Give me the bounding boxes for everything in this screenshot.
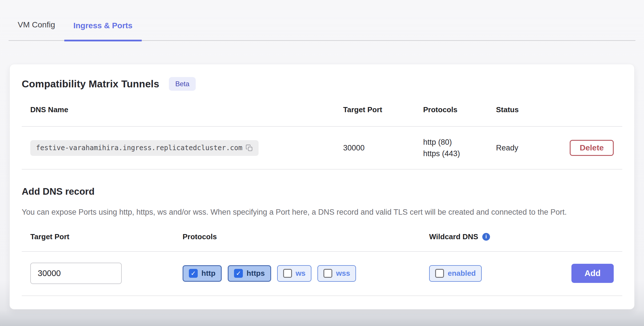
checkbox-icon: ✓ (435, 269, 444, 278)
table-header-row: DNS Name Target Port Protocols Status (22, 105, 622, 127)
cell-protocols: http (80) https (443) (423, 136, 496, 159)
protocol-label: ws (296, 269, 306, 278)
add-dns-record-description: You can expose Ports using http, https, … (22, 207, 610, 218)
label-wildcard-dns: Wildcard DNS i (429, 232, 490, 242)
form-labels-row: Target Port Protocols Wildcard DNS i (22, 232, 622, 252)
target-port-field-wrap (30, 263, 183, 284)
protocol-line-http: http (80) (423, 136, 496, 148)
dns-name-pill: festive-varahamihira.ingress.replicatedc… (30, 140, 259, 156)
protocol-checkbox-https[interactable]: ✓ https (228, 265, 271, 282)
checkbox-icon: ✓ (189, 269, 198, 278)
delete-button[interactable]: Delete (570, 140, 614, 156)
dns-name-text: festive-varahamihira.ingress.replicatedc… (36, 144, 242, 152)
checkbox-icon: ✓ (234, 269, 243, 278)
cell-dns-name: festive-varahamihira.ingress.replicatedc… (30, 140, 343, 156)
card-title: Compatibility Matrix Tunnels (22, 77, 159, 91)
cell-target-port: 30000 (343, 144, 423, 152)
add-button[interactable]: Add (571, 264, 614, 283)
add-dns-record-title: Add DNS record (22, 186, 622, 198)
table-row: festive-varahamihira.ingress.replicatedc… (22, 127, 622, 170)
wildcard-enabled-label: enabled (448, 269, 476, 278)
protocol-options: ✓ http ✓ https ✓ ws ✓ wss (183, 265, 429, 282)
wildcard-dns-label-text: Wildcard DNS (429, 232, 478, 242)
protocol-checkbox-ws[interactable]: ✓ ws (277, 265, 312, 282)
tab-ingress-ports[interactable]: Ingress & Ports (64, 21, 142, 41)
tunnels-card: Compatibility Matrix Tunnels Beta DNS Na… (9, 64, 635, 309)
copy-icon[interactable] (245, 144, 253, 152)
info-icon[interactable]: i (482, 233, 490, 241)
tab-bar: VM Config Ingress & Ports (9, 0, 635, 41)
beta-badge: Beta (169, 77, 195, 91)
protocol-line-https: https (443) (423, 148, 496, 159)
protocol-label: wss (336, 269, 350, 278)
card-header: Compatibility Matrix Tunnels Beta (22, 77, 622, 91)
protocol-label: https (247, 269, 265, 278)
wildcard-enabled-checkbox[interactable]: ✓ enabled (429, 265, 482, 282)
label-target-port: Target Port (30, 232, 183, 242)
form-inputs-row: ✓ http ✓ https ✓ ws ✓ wss ✓ enabled A (22, 263, 622, 284)
wildcard-option: ✓ enabled (429, 265, 571, 282)
protocol-label: http (201, 269, 215, 278)
add-button-wrap: Add (571, 264, 614, 283)
form-bottom-divider (22, 295, 622, 296)
label-protocols: Protocols (183, 232, 429, 242)
checkbox-icon: ✓ (323, 269, 332, 278)
checkbox-icon: ✓ (283, 269, 292, 278)
protocol-checkbox-http[interactable]: ✓ http (183, 265, 222, 282)
tab-vm-config[interactable]: VM Config (9, 20, 64, 40)
cell-actions: Delete (570, 140, 614, 156)
col-header-target-port: Target Port (343, 105, 423, 114)
col-header-status: Status (496, 105, 570, 114)
col-header-protocols: Protocols (423, 105, 496, 114)
col-header-dns-name: DNS Name (30, 105, 343, 114)
protocol-checkbox-wss[interactable]: ✓ wss (317, 265, 356, 282)
cell-status: Ready (496, 144, 570, 152)
target-port-input[interactable] (30, 263, 122, 284)
